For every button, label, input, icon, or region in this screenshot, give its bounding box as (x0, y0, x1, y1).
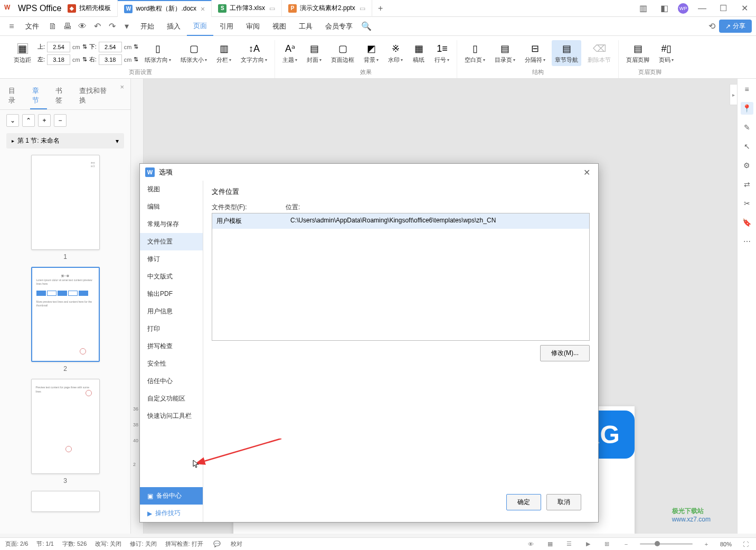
tab-outline[interactable]: 目录 (6, 83, 24, 109)
stepper-icon[interactable]: ⇅ (82, 56, 87, 63)
close-panel-icon[interactable]: × (120, 83, 124, 109)
print-icon[interactable]: 🖶 (60, 19, 75, 34)
columns-button[interactable]: ▥分栏▾ (213, 40, 234, 66)
dialog-close-button[interactable]: ✕ (580, 166, 593, 179)
zoom-slider[interactable] (640, 543, 693, 545)
line-number-button[interactable]: 1≡行号▾ (431, 40, 452, 66)
menu-page[interactable]: 页面 (187, 17, 213, 36)
hamburger-icon[interactable]: ≡ (4, 19, 19, 34)
header-footer-button[interactable]: ▤页眉页脚 (623, 40, 653, 66)
status-track[interactable]: 修订: 关闭 (130, 540, 156, 548)
stepper-icon[interactable]: ⇅ (134, 56, 138, 63)
text-direction-button[interactable]: ↕A文字方向▾ (238, 40, 270, 66)
sidebar-item-custom-ribbon[interactable]: 自定义功能区 (140, 390, 203, 407)
status-page[interactable]: 页面: 2/6 (5, 540, 28, 548)
page-border-button[interactable]: ▢页面边框 (328, 40, 357, 66)
sidebar-item-edit[interactable]: 编辑 (140, 198, 203, 216)
add-button[interactable]: + (38, 114, 51, 127)
add-tab-button[interactable]: + (372, 4, 389, 13)
tips-link[interactable]: ▶ 操作技巧 (140, 505, 203, 522)
tab-templates[interactable]: ◆ 找稻壳模板 (61, 0, 118, 17)
status-proof[interactable]: 校对 (231, 540, 242, 548)
sidebar-item-security[interactable]: 安全性 (140, 355, 203, 372)
sync-icon[interactable]: ⟲ (704, 19, 719, 34)
minimize-icon[interactable]: ▭ (269, 5, 275, 12)
menu-file[interactable]: 文件 (19, 17, 45, 36)
thumbnail-item[interactable]: Preview text content for page three with… (0, 379, 130, 484)
toc-button[interactable]: ▤目录页▾ (492, 40, 518, 66)
page-number-button[interactable]: #▯页码▾ (656, 40, 677, 66)
sidebar-item-output-pdf[interactable]: 输出PDF (140, 285, 203, 303)
status-revision[interactable]: 改写: 关闭 (95, 540, 121, 548)
table-row[interactable]: 用户模板 C:\Users\admin\AppData\Roaming\King… (212, 213, 589, 229)
stepper-icon[interactable]: ⇅ (82, 43, 87, 50)
chapter-nav-button[interactable]: ▤章节导航 (552, 40, 581, 66)
file-location-table[interactable]: 用户模板 C:\Users\admin\AppData\Roaming\King… (212, 213, 590, 341)
theme-button[interactable]: Aᵃ主题▾ (279, 40, 300, 66)
delete-section-button[interactable]: ⌫删除本节 (584, 40, 614, 66)
menu-view[interactable]: 视图 (266, 17, 292, 36)
tab-ppt[interactable]: P 演示文稿素材2.pptx ▭ (282, 0, 372, 17)
zoom-in-icon[interactable]: + (701, 541, 712, 547)
background-button[interactable]: ◩背景▾ (361, 40, 382, 66)
cancel-button[interactable]: 取消 (546, 494, 581, 510)
sidebar-item-view[interactable]: 视图 (140, 181, 203, 198)
view-fullscreen-icon[interactable]: ▶ (583, 540, 593, 547)
blank-page-button[interactable]: ▯空白页▾ (461, 40, 488, 66)
thumbnail-item[interactable]: 第一章 Lorem ipsum dolor sit amet text cont… (0, 267, 130, 372)
tab-word-doc[interactable]: W word教程（新）.docx × (118, 0, 212, 17)
margin-top-input[interactable] (47, 42, 70, 52)
window-maximize-button[interactable]: ☐ (716, 1, 731, 16)
window-close-button[interactable]: ✕ (737, 1, 752, 16)
panel-icon[interactable]: ▥ (636, 1, 650, 16)
watermark-button[interactable]: ※水印▾ (385, 40, 406, 66)
tab-excel[interactable]: S 工作簿3.xlsx ▭ (212, 0, 282, 17)
margins-button[interactable]: ▦ 页边距 (11, 40, 34, 66)
minimize-icon[interactable]: ▭ (360, 5, 365, 12)
tab-find-replace[interactable]: 查找和替换 (77, 83, 114, 109)
settings-icon[interactable]: ⚙ (741, 159, 753, 172)
sidebar-item-user-info[interactable]: 用户信息 (140, 303, 203, 320)
sidebar-item-trust-center[interactable]: 信任中心 (140, 372, 203, 390)
paper-size-button[interactable]: ▢纸张大小▾ (177, 40, 210, 66)
redo-icon[interactable]: ↷ (105, 19, 119, 34)
zoom-out-icon[interactable]: − (621, 541, 631, 547)
view-outline-icon[interactable]: ☰ (564, 540, 574, 547)
modify-button[interactable]: 修改(M)... (540, 345, 590, 361)
close-icon[interactable]: × (201, 5, 205, 13)
margin-right-input[interactable] (99, 54, 122, 65)
separator-button[interactable]: ⊟分隔符▾ (522, 40, 549, 66)
menu-expand-icon[interactable]: ≡ (741, 83, 753, 96)
menu-insert[interactable]: 插入 (160, 17, 187, 36)
cursor-icon[interactable]: ↖ (741, 140, 753, 153)
menu-member[interactable]: 会员专享 (319, 17, 359, 36)
thumbnail-item[interactable] (0, 491, 130, 512)
save-icon[interactable]: 🗎 (45, 19, 60, 34)
status-section[interactable]: 节: 1/1 (36, 540, 53, 548)
search-icon[interactable]: 🔍 (359, 19, 374, 34)
stepper-icon[interactable]: ⇅ (134, 43, 138, 50)
collapse-sidebar-button[interactable]: ▸ (730, 84, 737, 105)
thumbnail-item[interactable]: 章节目录 1 (0, 155, 130, 260)
cube-icon[interactable]: ◧ (657, 1, 672, 16)
section-header[interactable]: 第 1 节: 未命名 ▾ (6, 133, 124, 148)
dropdown-icon[interactable]: ▾ (119, 19, 134, 34)
fit-icon[interactable]: ⛶ (740, 541, 751, 547)
proof-icon[interactable]: 💬 (212, 540, 222, 547)
menu-tools[interactable]: 工具 (292, 17, 319, 36)
share-button[interactable]: ↗ 分享 (719, 20, 752, 33)
sidebar-item-spellcheck[interactable]: 拼写检查 (140, 338, 203, 355)
zoom-value[interactable]: 80% (720, 541, 732, 547)
view-web-icon[interactable]: ⊞ (602, 540, 612, 547)
window-minimize-button[interactable]: — (695, 1, 710, 16)
orientation-button[interactable]: ▯纸张方向▾ (141, 40, 174, 66)
backup-center-button[interactable]: ▣ 备份中心 (140, 487, 203, 505)
expand-button[interactable]: ⌃ (22, 114, 35, 127)
pencil-icon[interactable]: ✎ (741, 121, 753, 134)
sidebar-item-file-location[interactable]: 文件位置 (140, 233, 203, 250)
menu-reference[interactable]: 引用 (213, 17, 240, 36)
sidebar-item-quick-access[interactable]: 快速访问工具栏 (140, 407, 203, 425)
more-icon[interactable]: ⋯ (741, 235, 753, 248)
sidebar-item-chinese-layout[interactable]: 中文版式 (140, 268, 203, 285)
ok-button[interactable]: 确定 (506, 494, 541, 510)
